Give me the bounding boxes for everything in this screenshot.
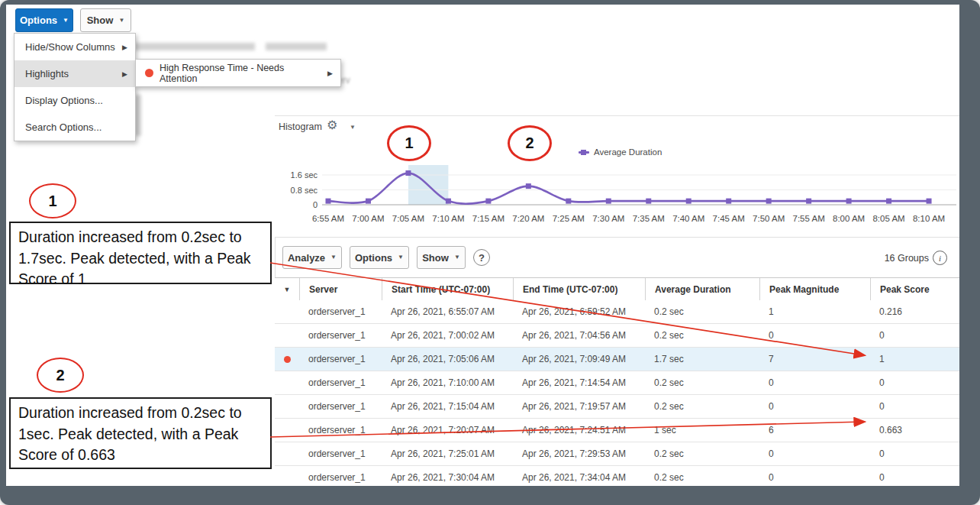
data-point-marker[interactable] [405, 170, 411, 176]
column-header-peak-magnitude[interactable]: Peak Magnitude [759, 278, 870, 300]
start-time-cell: Apr 26, 2021, 7:30:04 AM [382, 466, 513, 486]
data-point-marker[interactable] [485, 199, 491, 204]
annotation-circle-1: 1 [29, 183, 76, 219]
annotation-text: Duration increased from 0.2sec to 1.7sec… [18, 228, 251, 287]
data-point-marker[interactable] [927, 199, 932, 204]
peak-magnitude-cell: 0 [759, 324, 870, 347]
column-header-end-time-utc-07-00[interactable]: End Time (UTC-07:00) [513, 278, 645, 300]
x-tick-label: 7:55 AM [793, 214, 825, 223]
row-status-cell [275, 324, 299, 347]
data-point-marker[interactable] [566, 199, 571, 204]
histogram-chart[interactable]: 00.8 sec1.6 sec6:55 AM7:00 AM7:05 AM7:10… [275, 160, 959, 231]
ghost-row [134, 43, 255, 50]
table-row[interactable]: orderserver_1Apr 26, 2021, 7:25:01 AMApr… [275, 442, 959, 466]
start-time-cell: Apr 26, 2021, 7:20:07 AM [382, 419, 513, 442]
menu-item-search-options[interactable]: Search Options... [15, 114, 135, 141]
table-row[interactable]: orderserver_1Apr 26, 2021, 6:55:07 AMApr… [275, 300, 959, 324]
table-row[interactable]: orderserver_1Apr 26, 2021, 7:15:04 AMApr… [275, 395, 959, 419]
menu-item-display-options[interactable]: Display Options... [15, 87, 135, 114]
groups-count-label: 16 Groups [885, 253, 929, 264]
menu-item-label: Display Options... [25, 95, 127, 106]
start-time-cell: Apr 26, 2021, 7:15:04 AM [382, 395, 513, 418]
data-point-marker[interactable] [806, 199, 811, 204]
submenu-arrow-icon: ▶ [122, 70, 127, 78]
row-status-cell [275, 466, 299, 486]
menu-item-label: Highlights [25, 68, 122, 79]
show-button[interactable]: Show ▼ [80, 8, 131, 32]
start-time-cell: Apr 26, 2021, 6:55:07 AM [382, 300, 513, 323]
info-icon[interactable]: i [933, 251, 947, 265]
x-tick-label: 7:50 AM [753, 214, 785, 223]
row-status-cell [275, 371, 299, 394]
options-button[interactable]: Options ▼ [15, 8, 73, 32]
analyze-button[interactable]: Analyze▼ [282, 246, 342, 269]
callout-number: 1 [405, 134, 413, 152]
table-row[interactable]: orderserver_1Apr 26, 2021, 7:00:02 AMApr… [275, 324, 959, 348]
peak-score-cell: 1 [870, 348, 959, 371]
server-cell: orderserver_1 [299, 442, 382, 465]
legend-marker-icon [579, 151, 589, 154]
submenu-arrow-icon: ▶ [327, 70, 333, 77]
x-tick-label: 7:30 AM [592, 214, 624, 223]
column-header-start-time-utc-07-00[interactable]: Start Time (UTC-07:00) [382, 278, 513, 300]
data-point-marker[interactable] [886, 199, 891, 204]
average-duration-cell: 0.2 sec [645, 324, 759, 347]
table-body: orderserver_1Apr 26, 2021, 6:55:07 AMApr… [275, 300, 959, 486]
peak-score-cell: 0.216 [870, 300, 959, 323]
table-row[interactable]: orderserver_1Apr 26, 2021, 7:30:04 AMApr… [275, 466, 959, 486]
column-header-peak-score[interactable]: Peak Score [870, 278, 959, 300]
chevron-down-icon: ▼ [63, 18, 69, 24]
groups-count: 16 Groups i [885, 251, 947, 265]
help-icon[interactable]: ? [473, 249, 490, 266]
data-point-marker[interactable] [446, 199, 451, 204]
x-tick-label: 7:25 AM [553, 214, 585, 223]
submenu-arrow-icon: ▶ [122, 44, 127, 51]
data-point-marker[interactable] [726, 199, 731, 204]
data-point-marker[interactable] [606, 199, 611, 204]
red-status-dot-icon [145, 69, 153, 77]
callout-number: 2 [525, 134, 534, 152]
peak-magnitude-cell: 0 [759, 371, 870, 394]
table-row[interactable]: orderserver_1Apr 26, 2021, 7:20:07 AMApr… [275, 419, 959, 442]
data-point-marker[interactable] [686, 199, 691, 204]
table-row[interactable]: orderserver_1Apr 26, 2021, 7:10:00 AMApr… [275, 371, 959, 395]
start-time-cell: Apr 26, 2021, 7:05:06 AM [382, 348, 513, 371]
server-cell: orderserver_1 [299, 324, 382, 347]
peak-magnitude-cell: 0 [759, 395, 870, 418]
table-row[interactable]: orderserver_1Apr 26, 2021, 7:05:06 AMApr… [275, 348, 959, 371]
average-duration-cell: 1.7 sec [645, 348, 759, 371]
data-point-marker[interactable] [526, 183, 531, 189]
x-tick-label: 8:05 AM [872, 214, 904, 223]
table-options-button[interactable]: Options▼ [350, 246, 409, 269]
column-header-selector[interactable]: ▼ [275, 278, 299, 300]
data-point-marker[interactable] [646, 199, 651, 204]
menu-item-hide-show-columns[interactable]: Hide/Show Columns▶ [15, 34, 135, 60]
chevron-down-icon: ▼ [454, 254, 460, 261]
start-time-cell: Apr 26, 2021, 7:25:01 AM [382, 442, 513, 465]
average-duration-cell: 0.2 sec [645, 300, 759, 323]
annotation-circle-2: 2 [37, 358, 84, 393]
ghost-row [266, 43, 327, 50]
peak-score-cell: 0 [870, 442, 959, 465]
table-show-button[interactable]: Show▼ [417, 246, 466, 269]
x-tick-label: 7:40 AM [672, 214, 704, 223]
start-time-cell: Apr 26, 2021, 7:10:00 AM [382, 371, 513, 394]
analyze-button-label: Analyze [288, 252, 325, 264]
end-time-cell: Apr 26, 2021, 7:29:53 AM [513, 442, 645, 465]
column-header-server[interactable]: Server [299, 278, 382, 300]
chart-legend: Average Duration [579, 147, 662, 157]
column-header-average-duration[interactable]: Average Duration [645, 278, 759, 300]
histogram-title: Histogram [279, 121, 322, 132]
data-point-marker[interactable] [766, 199, 772, 204]
table-header-row: ▼ServerStart Time (UTC-07:00)End Time (U… [275, 277, 959, 301]
chart-callout-1: 1 [387, 125, 431, 161]
data-point-marker[interactable] [846, 199, 852, 204]
submenu-item-high-response-time[interactable]: High Response Time - Needs Attention ▶ [136, 60, 340, 86]
server-cell: orderserver_1 [299, 348, 382, 371]
chevron-down-icon[interactable]: ▼ [350, 124, 356, 131]
data-point-marker[interactable] [366, 199, 371, 204]
menu-item-highlights[interactable]: Highlights▶ [15, 60, 135, 87]
data-point-marker[interactable] [326, 199, 331, 204]
chevron-down-icon[interactable]: ▼ [284, 286, 291, 293]
gear-icon[interactable]: ⚙ [327, 118, 337, 132]
